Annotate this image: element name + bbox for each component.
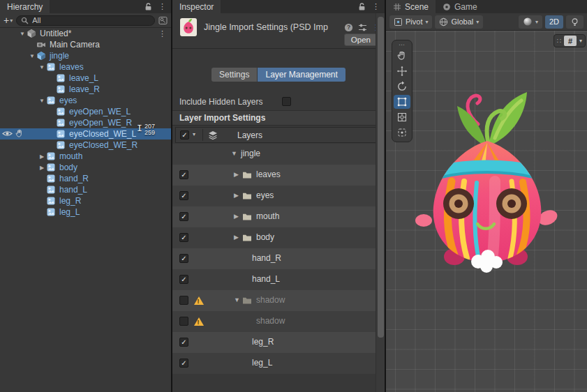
hierarchy-search-input[interactable]: All <box>16 15 155 26</box>
global-dropdown[interactable]: Global ▾ <box>435 15 483 29</box>
search-value: All <box>32 16 40 24</box>
preset-icon[interactable] <box>358 23 367 32</box>
tab-game[interactable]: Game <box>436 0 484 13</box>
layer-row-leaves[interactable]: ✓▶leaves <box>172 165 385 186</box>
search-filter-icon[interactable] <box>158 16 168 25</box>
layer-checkbox[interactable]: ✓ <box>179 359 188 368</box>
layer-row-leg_L[interactable]: ✓leg_L <box>172 353 385 374</box>
tab-settings[interactable]: Settings <box>211 68 257 82</box>
layer-row-hand_L[interactable]: ✓hand_L <box>172 269 385 290</box>
foldout-open-icon[interactable]: ▼ <box>38 98 46 104</box>
hierarchy-item-hand_L[interactable]: hand_L <box>0 184 171 195</box>
open-button[interactable]: Open <box>344 33 378 46</box>
tab-layer-management[interactable]: Layer Management <box>258 68 345 82</box>
chevron-down-icon[interactable]: ▾ <box>579 38 582 44</box>
hierarchy-item-eyes[interactable]: ▼eyes <box>0 95 171 106</box>
scene-toolbar: Pivot ▾ Global ▾ ▾ 2D <box>386 13 587 31</box>
hierarchy-item-leave_L[interactable]: leave_L <box>0 73 171 84</box>
hierarchy-item-body[interactable]: ▶body <box>0 162 171 173</box>
layer-row-hand_R[interactable]: ✓hand_R <box>172 248 385 269</box>
folder-icon <box>242 171 252 179</box>
layer-row-shadow[interactable]: shadow <box>172 311 385 332</box>
kebab-icon[interactable]: ⋮ <box>372 3 380 10</box>
scene-viewport[interactable]: ⋯ ∷ # ▾ <box>386 31 587 392</box>
drag-handle-icon[interactable]: ∷ <box>557 38 561 45</box>
layer-checkbox[interactable]: ✓ <box>179 170 188 179</box>
tab-hierarchy[interactable]: Hierarchy <box>0 0 50 13</box>
foldout-open-icon[interactable]: ▼ <box>18 31 27 37</box>
help-icon[interactable]: ? <box>344 23 353 32</box>
layer-checkbox[interactable] <box>179 317 188 326</box>
rotate-tool[interactable] <box>394 80 410 93</box>
layer-checkbox[interactable]: ✓ <box>179 233 188 242</box>
tab-inspector[interactable]: Inspector <box>172 0 221 13</box>
chevron-down-icon[interactable]: ▾ <box>193 131 195 137</box>
tab-hierarchy-label: Hierarchy <box>7 2 43 12</box>
grid-toggle-button[interactable]: # <box>564 36 577 46</box>
layer-label: jingle <box>241 149 260 158</box>
rect-tool[interactable] <box>394 95 410 109</box>
hierarchy-item-leg_L[interactable]: leg_L <box>0 206 171 218</box>
layer-row-mouth[interactable]: ✓▶mouth <box>172 206 385 227</box>
layer-row-leg_R[interactable]: ✓leg_R <box>172 332 385 353</box>
editor-tool[interactable] <box>394 126 410 140</box>
foldout-open-icon[interactable]: ▼ <box>38 64 46 70</box>
hierarchy-item-label: eyeClosed_WE_L <box>69 128 136 140</box>
move-tool[interactable] <box>394 64 410 78</box>
pick-toggle-icon[interactable] <box>15 129 24 140</box>
editor-tool-icon <box>396 127 408 138</box>
pivot-dropdown[interactable]: Pivot ▾ <box>389 15 432 29</box>
foldout-closed-icon[interactable]: ▶ <box>38 165 46 171</box>
layer-checkbox[interactable]: ✓ <box>179 275 188 284</box>
include-hidden-layers-checkbox[interactable] <box>282 97 291 106</box>
layer-row-jingle[interactable]: ▼jingle <box>172 144 385 165</box>
hierarchy-item-leg_R[interactable]: leg_R <box>0 195 171 206</box>
layer-checkbox[interactable]: ✓ <box>179 338 188 347</box>
hierarchy-item-leaves[interactable]: ▼leaves <box>0 61 171 73</box>
foldout-closed-icon[interactable]: ▶ <box>38 153 46 160</box>
kebab-icon[interactable]: ⋮ <box>158 3 166 10</box>
jingle-character-sprite[interactable] <box>411 82 563 286</box>
sprite-icon <box>46 62 57 72</box>
foldout-closed-icon[interactable]: ▶ <box>234 213 239 220</box>
scrollbar-thumb[interactable] <box>378 17 384 338</box>
layer-checkbox[interactable] <box>179 296 188 305</box>
inspector-scrollbar[interactable] <box>376 13 385 392</box>
lighting-toggle[interactable] <box>566 15 584 29</box>
prefab-icon <box>36 51 47 61</box>
lock-icon[interactable] <box>358 2 366 11</box>
create-object-button[interactable]: + ▾ <box>3 15 13 26</box>
shading-mode-dropdown[interactable]: ▾ <box>519 15 542 29</box>
hierarchy-item-hand_R[interactable]: hand_R <box>0 173 171 184</box>
hierarchy-item-Untitled*[interactable]: ▼Untitled*⋮ <box>0 28 171 39</box>
hierarchy-item-Main Camera[interactable]: Main Camera <box>0 39 171 50</box>
select-all-checkbox[interactable]: ✓ <box>180 130 189 140</box>
hand-tool[interactable] <box>394 49 410 63</box>
layer-row-body[interactable]: ✓▶body <box>172 227 385 248</box>
layer-checkbox[interactable]: ✓ <box>179 254 188 263</box>
foldout-closed-icon[interactable]: ▶ <box>234 192 239 199</box>
2d-toggle[interactable]: 2D <box>545 15 563 29</box>
transform-tool[interactable] <box>394 110 410 124</box>
hierarchy-item-eyeOpen_WE_L[interactable]: eyeOpen_WE_L <box>0 106 171 117</box>
layer-checkbox[interactable]: ✓ <box>179 191 188 200</box>
hierarchy-item-eyeClosed_WE_R[interactable]: eyeClosed_WE_R <box>0 140 171 151</box>
hierarchy-item-jingle[interactable]: ▼jingle <box>0 50 171 61</box>
scene-tools-overlay: ⋯ <box>392 40 413 142</box>
visibility-eye-icon[interactable] <box>2 130 13 140</box>
hierarchy-item-mouth[interactable]: ▶mouth <box>0 151 171 162</box>
layer-row-shadow[interactable]: ▼shadow <box>172 290 385 311</box>
layer-checkbox[interactable]: ✓ <box>179 212 188 221</box>
foldout-open-icon[interactable]: ▼ <box>234 296 240 303</box>
cursor-coordinates: 207 259 <box>144 123 155 136</box>
foldout-closed-icon[interactable]: ▶ <box>234 234 239 241</box>
layer-row-eyes[interactable]: ✓▶eyes <box>172 186 385 206</box>
tab-scene[interactable]: Scene <box>386 0 436 13</box>
foldout-open-icon[interactable]: ▼ <box>231 150 237 157</box>
foldout-open-icon[interactable]: ▼ <box>28 53 36 59</box>
kebab-icon[interactable]: ⋮ <box>158 29 166 38</box>
foldout-closed-icon[interactable]: ▶ <box>234 171 239 178</box>
drag-handle-icon[interactable]: ⋯ <box>399 42 406 47</box>
hierarchy-item-leave_R[interactable]: leave_R <box>0 84 171 95</box>
lock-icon[interactable] <box>144 2 152 11</box>
